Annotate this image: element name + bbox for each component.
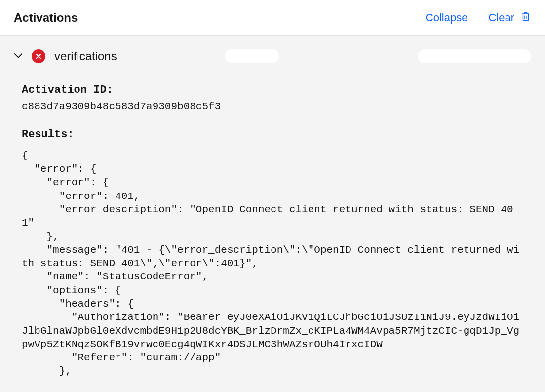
trash-icon: [520, 10, 531, 25]
activation-details: Activation ID: c883d7a9309b48c583d7a9309…: [0, 67, 545, 378]
clear-label: Clear: [488, 11, 514, 24]
results-body: { "error": { "error": { "error": 401, "e…: [22, 149, 523, 378]
redacted-field: [418, 49, 531, 63]
collapse-button[interactable]: Collapse: [426, 11, 468, 24]
svg-rect-0: [523, 14, 529, 20]
activation-name: verifications: [54, 49, 117, 63]
error-status-icon: [32, 49, 45, 63]
chevron-down-icon[interactable]: [14, 52, 23, 61]
redacted-field: [225, 49, 279, 63]
page-title: Activations: [14, 11, 78, 25]
clear-button[interactable]: Clear: [488, 10, 531, 25]
header-actions: Collapse Clear: [426, 10, 531, 25]
results-label: Results:: [22, 127, 523, 142]
collapse-label: Collapse: [426, 11, 468, 24]
activation-id-value: c883d7a9309b48c583d7a9309b08c5f3: [22, 100, 523, 114]
activation-id-label: Activation ID:: [22, 83, 523, 98]
activation-row[interactable]: verifications: [0, 36, 545, 67]
activations-header: Activations Collapse Clear: [0, 0, 545, 36]
